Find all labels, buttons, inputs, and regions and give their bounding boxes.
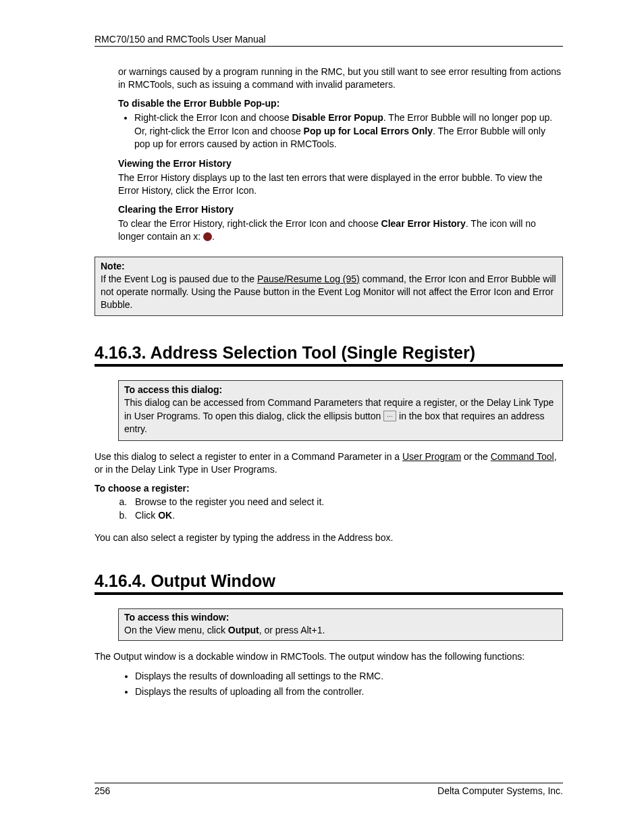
access-window-suffix: , or press Alt+1.: [259, 625, 325, 635]
note-box: Note: If the Event Log is paused due to …: [95, 257, 563, 316]
disable-bubble-bullet: Right-click the Error Icon and choose Di…: [134, 111, 563, 151]
access-window-label: To access this window:: [124, 612, 229, 623]
text: To clear the Error History, right-click …: [118, 218, 381, 229]
text: Right-click the Error Icon and choose: [134, 112, 292, 123]
page-number: 256: [95, 785, 110, 796]
text: Click: [135, 510, 158, 521]
error-icon: [203, 232, 212, 241]
continuation-text: or warnings caused by a program running …: [118, 66, 563, 91]
user-program-link[interactable]: User Program: [402, 451, 461, 462]
text: .: [172, 510, 175, 521]
disable-error-popup-label: Disable Error Popup: [292, 112, 383, 123]
command-tool-link[interactable]: Command Tool: [491, 451, 554, 462]
viewing-error-history-heading: Viewing the Error History: [118, 158, 563, 169]
output-label: Output: [228, 625, 259, 635]
disable-bubble-heading: To disable the Error Bubble Pop-up:: [118, 98, 563, 109]
also-select-text: You can also select a register by typing…: [95, 531, 563, 544]
clearing-error-history-text: To clear the Error History, right-click …: [118, 217, 563, 243]
access-window-prefix: On the View menu, click: [124, 625, 228, 635]
text: Or, right-click the Error Icon and choos…: [134, 126, 304, 136]
pause-resume-log-link[interactable]: Pause/Resume Log (95): [257, 273, 360, 284]
page-header: RMC70/150 and RMCTools User Manual: [95, 34, 563, 47]
step-b: Click OK.: [130, 510, 563, 521]
text: . The Error Bubble will no longer pop up…: [383, 112, 552, 123]
use-dialog-text: Use this dialog to select a register to …: [95, 450, 563, 476]
access-dialog-box: To access this dialog: This dialog can b…: [118, 380, 563, 441]
output-window-text: The Output window is a dockable window i…: [95, 650, 563, 663]
clear-error-history-label: Clear Error History: [381, 218, 466, 229]
access-window-box: To access this window: On the View menu,…: [118, 608, 563, 641]
text: or the: [461, 451, 491, 462]
section-heading-4-16-4: 4.16.4. Output Window: [95, 571, 563, 595]
company-name: Delta Computer Systems, Inc.: [437, 785, 563, 796]
page-footer: 256 Delta Computer Systems, Inc.: [95, 783, 563, 796]
popup-local-errors-label: Pop up for Local Errors Only: [304, 126, 433, 136]
access-dialog-label: To access this dialog:: [124, 384, 222, 395]
note-label: Note:: [101, 261, 125, 271]
output-bullet-2: Displays the results of uploading all fr…: [135, 685, 563, 698]
text: .: [212, 231, 215, 242]
choose-register-heading: To choose a register:: [95, 483, 563, 494]
clearing-error-history-heading: Clearing the Error History: [118, 204, 563, 215]
output-bullet-1: Displays the results of downloading all …: [135, 670, 563, 683]
text: Use this dialog to select a register to …: [95, 451, 402, 462]
note-text-prefix: If the Event Log is paused due to the: [101, 273, 257, 284]
step-a: Browse to the register you need and sele…: [130, 496, 563, 507]
ok-label: OK: [158, 510, 172, 521]
section-heading-4-16-3: 4.16.3. Address Selection Tool (Single R…: [95, 343, 563, 367]
ellipsis-icon: ...: [383, 411, 396, 421]
viewing-error-history-text: The Error History displays up to the las…: [118, 172, 563, 197]
